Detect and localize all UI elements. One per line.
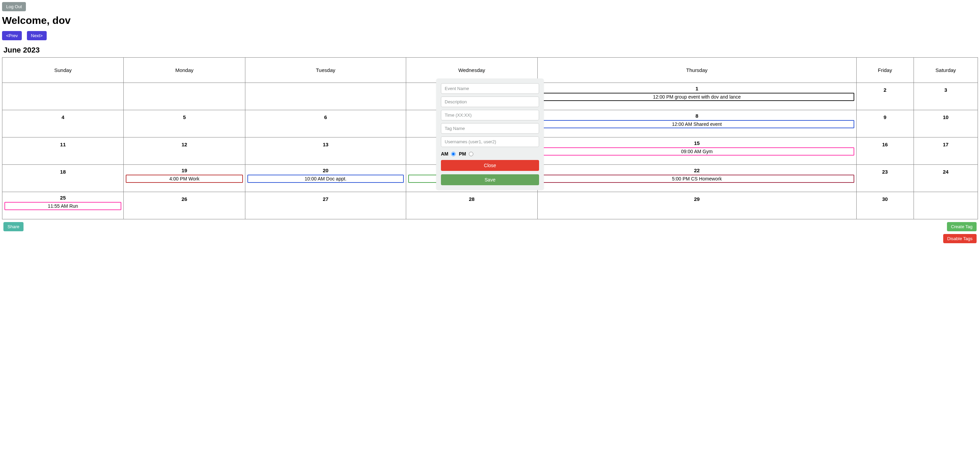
prev-month-button[interactable]: <Prev: [2, 31, 22, 40]
day-number: 19: [125, 168, 243, 173]
calendar-cell[interactable]: 27: [245, 192, 406, 219]
day-number: 23: [858, 169, 912, 175]
day-header-friday: Friday: [856, 58, 913, 83]
calendar-cell[interactable]: 16: [856, 137, 913, 165]
disable-tags-button[interactable]: Disable Tags: [943, 234, 977, 243]
calendar-cell[interactable]: [2, 83, 124, 110]
event-description-input[interactable]: [441, 97, 539, 107]
calendar-event[interactable]: 4:00 PM Work: [126, 175, 243, 183]
event-time-input[interactable]: [441, 110, 539, 120]
day-number: 25: [4, 195, 122, 201]
day-number: 26: [125, 196, 243, 202]
month-title: June 2023: [3, 46, 978, 54]
calendar-cell[interactable]: 8 12:00 AM Shared event: [538, 110, 856, 137]
calendar-cell[interactable]: 26: [124, 192, 245, 219]
day-number: 20: [247, 168, 404, 173]
day-number: 28: [407, 196, 536, 202]
day-number: 22: [539, 168, 855, 173]
calendar-cell[interactable]: [245, 83, 406, 110]
calendar-cell[interactable]: 9: [856, 110, 913, 137]
calendar-cell[interactable]: 5: [124, 110, 245, 137]
create-tag-button[interactable]: Create Tag: [947, 222, 977, 231]
welcome-heading: Welcome, dov: [2, 15, 978, 26]
calendar-cell[interactable]: [124, 83, 245, 110]
day-number: 11: [4, 142, 122, 147]
day-number: 3: [915, 87, 976, 93]
calendar-cell[interactable]: 18: [2, 165, 124, 192]
calendar-cell[interactable]: 10: [913, 110, 978, 137]
calendar-cell[interactable]: 1 12:00 PM group event with dov and lanc…: [538, 83, 856, 110]
calendar-cell[interactable]: 17: [913, 137, 978, 165]
calendar-cell[interactable]: 23: [856, 165, 913, 192]
day-number: 8: [539, 113, 855, 119]
calendar-event[interactable]: 12:00 PM group event with dov and lance: [540, 93, 854, 101]
calendar-cell[interactable]: 11: [2, 137, 124, 165]
day-number: 9: [858, 114, 912, 120]
calendar-cell[interactable]: 29: [538, 192, 856, 219]
am-radio[interactable]: [451, 152, 456, 156]
calendar-cell[interactable]: 3: [913, 83, 978, 110]
pm-label: PM: [459, 151, 466, 157]
calendar-cell[interactable]: 28: [406, 192, 538, 219]
day-number: 29: [539, 196, 855, 202]
day-number: 6: [247, 114, 404, 120]
am-label: AM: [441, 151, 449, 157]
day-number: 16: [858, 142, 912, 147]
day-number: 13: [247, 142, 404, 147]
day-number: 24: [915, 169, 976, 175]
day-header-thursday: Thursday: [538, 58, 856, 83]
day-number: 10: [915, 114, 976, 120]
calendar-cell[interactable]: 19 4:00 PM Work: [124, 165, 245, 192]
logout-button[interactable]: Log Out: [2, 2, 26, 11]
day-number: 1: [539, 86, 855, 91]
day-number: 30: [858, 196, 912, 202]
calendar-event[interactable]: 11:55 AM Run: [5, 202, 121, 210]
calendar-cell[interactable]: [913, 192, 978, 219]
share-button[interactable]: Share: [3, 222, 24, 231]
calendar-cell[interactable]: 25 11:55 AM Run: [2, 192, 124, 219]
day-number: 12: [125, 142, 243, 147]
event-name-input[interactable]: [441, 83, 539, 94]
event-usernames-input[interactable]: [441, 136, 539, 147]
day-number: 15: [539, 140, 855, 146]
calendar-event[interactable]: 5:00 PM CS Homework: [540, 175, 854, 183]
next-month-button[interactable]: Next>: [27, 31, 47, 40]
event-tag-input[interactable]: [441, 123, 539, 134]
calendar-event[interactable]: 10:00 AM Doc appt.: [247, 175, 404, 183]
calendar-event[interactable]: 12:00 AM Shared event: [540, 120, 854, 128]
calendar-cell[interactable]: 30: [856, 192, 913, 219]
day-header-tuesday: Tuesday: [245, 58, 406, 83]
event-modal: AM PM Close Save: [436, 78, 544, 190]
day-number: 27: [247, 196, 404, 202]
day-header-monday: Monday: [124, 58, 245, 83]
calendar-cell[interactable]: 2: [856, 83, 913, 110]
day-header-sunday: Sunday: [2, 58, 124, 83]
calendar-cell[interactable]: 24: [913, 165, 978, 192]
calendar-cell[interactable]: 20 10:00 AM Doc appt.: [245, 165, 406, 192]
day-number: 4: [4, 114, 122, 120]
day-number: 18: [4, 169, 122, 175]
calendar-cell[interactable]: 4: [2, 110, 124, 137]
calendar-cell[interactable]: 6: [245, 110, 406, 137]
day-number: 17: [915, 142, 976, 147]
calendar-cell[interactable]: 22 5:00 PM CS Homework: [538, 165, 856, 192]
calendar-cell[interactable]: 13: [245, 137, 406, 165]
calendar-cell[interactable]: 15 09:00 AM Gym: [538, 137, 856, 165]
day-number: 5: [125, 114, 243, 120]
modal-close-button[interactable]: Close: [441, 160, 539, 171]
pm-radio[interactable]: [469, 152, 473, 156]
modal-save-button[interactable]: Save: [441, 174, 539, 185]
day-header-saturday: Saturday: [913, 58, 978, 83]
day-number: 2: [858, 87, 912, 93]
calendar-event[interactable]: 09:00 AM Gym: [540, 147, 854, 155]
calendar-cell[interactable]: 12: [124, 137, 245, 165]
